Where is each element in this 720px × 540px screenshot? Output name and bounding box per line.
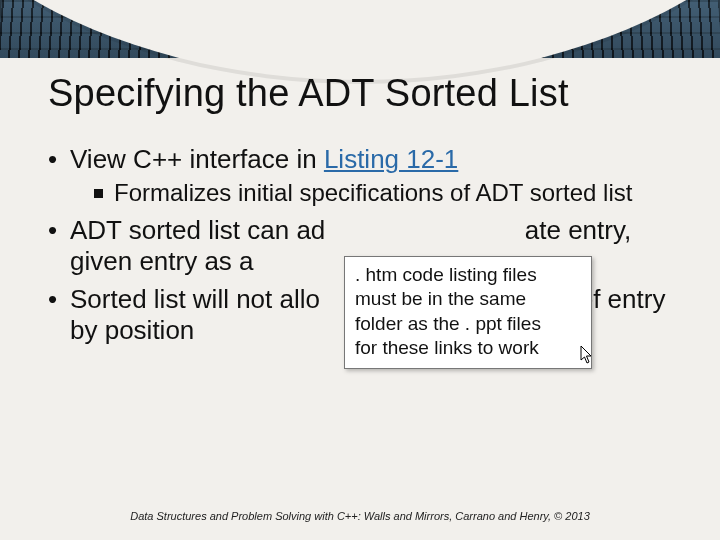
tooltip-line-1: . htm code listing files: [355, 263, 581, 287]
mouse-cursor-icon: [580, 345, 594, 365]
bullet-1: View C++ interface in Listing 12-1 Forma…: [48, 144, 672, 207]
slide: Specifying the ADT Sorted List View C++ …: [0, 0, 720, 540]
bullet-3-line1: Sorted list will not allo: [70, 284, 320, 314]
tooltip-line-2: must be in the same: [355, 287, 581, 311]
tooltip-line-4: for these links to work: [355, 336, 581, 360]
listing-12-1-link[interactable]: Listing 12-1: [324, 144, 458, 174]
tooltip-note: . htm code listing files must be in the …: [344, 256, 592, 369]
sub-bullet-list: Formalizes initial specifications of ADT…: [92, 179, 672, 207]
bullet-1-text: View C++ interface in: [70, 144, 324, 174]
slide-title: Specifying the ADT Sorted List: [48, 72, 680, 115]
tooltip-line-3: folder as the . ppt files: [355, 312, 581, 336]
sub-bullet-1: Formalizes initial specifications of ADT…: [92, 179, 672, 207]
bullet-2-line1: ADT sorted list can ad: [70, 215, 325, 245]
footer-citation: Data Structures and Problem Solving with…: [0, 510, 720, 522]
